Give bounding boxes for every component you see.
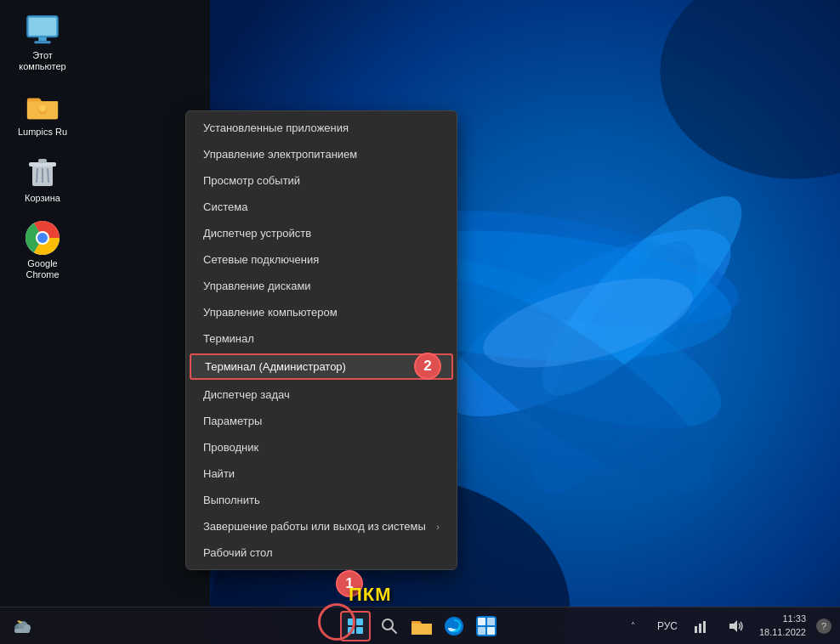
- svg-rect-35: [487, 618, 495, 625]
- system-tray-chevron[interactable]: ˄: [620, 613, 647, 640]
- menu-item-explorer[interactable]: Проводник: [186, 434, 457, 460]
- svg-rect-19: [38, 159, 47, 163]
- menu-item-disk-management[interactable]: Управление дисками: [186, 273, 457, 299]
- notifications-badge[interactable]: ?: [816, 619, 831, 634]
- time-text: 11:33: [759, 613, 806, 625]
- svg-rect-29: [14, 629, 30, 633]
- desktop-icon-lumpics[interactable]: Lumpics Ru: [9, 85, 77, 142]
- menu-item-device-manager[interactable]: Диспетчер устройств: [186, 220, 457, 246]
- desktop-icon-recycle-label: Корзина: [25, 193, 60, 204]
- language-text: РУС: [657, 620, 678, 632]
- taskbar: ˄ РУС: [0, 607, 840, 644]
- menu-item-shutdown[interactable]: Завершение работы или выход из системы ›: [186, 513, 457, 539]
- taskbar-store[interactable]: [473, 613, 500, 640]
- taskbar-left: [9, 613, 36, 640]
- desktop-icon-this-computer-label: Этот компьютер: [13, 50, 72, 72]
- monitor-icon: [26, 13, 60, 47]
- svg-rect-38: [695, 626, 697, 633]
- desktop: Этот компьютер Lumpics Ru: [0, 0, 840, 644]
- date-text: 18.11.2022: [759, 626, 806, 639]
- context-menu: Установленные приложения Управление элек…: [185, 110, 457, 570]
- volume-icon[interactable]: [722, 613, 749, 640]
- folder-icon: [26, 89, 60, 123]
- svg-rect-40: [703, 621, 706, 633]
- menu-item-system[interactable]: Система: [186, 194, 457, 220]
- svg-rect-14: [34, 41, 50, 43]
- menu-item-task-manager[interactable]: Диспетчер задач: [186, 381, 457, 408]
- taskbar-file-explorer[interactable]: [408, 613, 435, 640]
- chrome-icon: [26, 221, 60, 255]
- desktop-icons: Этот компьютер Lumpics Ru: [9, 8, 77, 285]
- start-button[interactable]: [340, 611, 371, 641]
- time-date-text: 11:33 18.11.2022: [759, 613, 806, 639]
- svg-point-30: [383, 619, 393, 630]
- taskbar-center: [340, 611, 500, 641]
- annotation-badge-2: 2: [414, 353, 441, 380]
- win-logo-cell-2: [356, 619, 363, 625]
- svg-rect-12: [29, 18, 56, 36]
- menu-item-run[interactable]: Выполнить: [186, 487, 457, 513]
- menu-item-terminal[interactable]: Терминал: [186, 325, 457, 352]
- chevron-icon: ˄: [631, 621, 635, 630]
- taskbar-edge[interactable]: [440, 613, 468, 640]
- desktop-icon-chrome-label: Google Chrome: [13, 258, 72, 280]
- menu-item-event-viewer[interactable]: Просмотр событий: [186, 167, 457, 194]
- svg-point-16: [39, 105, 46, 112]
- language-indicator[interactable]: РУС: [654, 613, 681, 640]
- menu-item-find[interactable]: Найти: [186, 460, 457, 487]
- svg-line-22: [48, 168, 48, 183]
- weather-taskbar-icon[interactable]: [9, 613, 36, 640]
- menu-item-power-mgmt[interactable]: Управление электропитанием: [186, 141, 457, 167]
- menu-item-installed-apps[interactable]: Установленные приложения: [186, 115, 457, 141]
- clock-display[interactable]: 11:33 18.11.2022: [756, 613, 809, 640]
- annotation-pkm-label: ПКМ: [349, 584, 392, 606]
- desktop-icon-this-computer[interactable]: Этот компьютер: [9, 8, 77, 76]
- recycle-bin-icon: [26, 155, 60, 189]
- svg-line-20: [37, 168, 37, 183]
- svg-line-31: [392, 629, 396, 633]
- svg-marker-41: [729, 620, 737, 632]
- svg-rect-36: [478, 627, 485, 635]
- windows-logo: [348, 619, 363, 634]
- desktop-icon-chrome[interactable]: Google Chrome: [9, 217, 77, 285]
- menu-item-network-connections[interactable]: Сетевые подключения: [186, 246, 457, 273]
- desktop-icon-recycle[interactable]: Корзина: [9, 151, 77, 208]
- taskbar-right: ˄ РУС: [620, 613, 831, 640]
- svg-rect-34: [478, 618, 485, 625]
- taskbar-search[interactable]: [376, 613, 403, 640]
- svg-rect-37: [487, 627, 495, 635]
- desktop-icon-lumpics-label: Lumpics Ru: [18, 127, 67, 138]
- network-icon[interactable]: [688, 613, 715, 640]
- win-logo-cell-1: [348, 619, 355, 625]
- win-logo-cell-3: [348, 627, 355, 634]
- win-logo-cell-4: [356, 627, 363, 634]
- menu-item-computer-management[interactable]: Управление компьютером: [186, 299, 457, 325]
- menu-item-settings[interactable]: Параметры: [186, 408, 457, 434]
- svg-rect-39: [699, 624, 701, 633]
- svg-rect-13: [38, 37, 47, 42]
- submenu-arrow: ›: [436, 522, 440, 532]
- svg-point-25: [37, 233, 48, 243]
- menu-item-desktop[interactable]: Рабочий стол: [186, 539, 457, 566]
